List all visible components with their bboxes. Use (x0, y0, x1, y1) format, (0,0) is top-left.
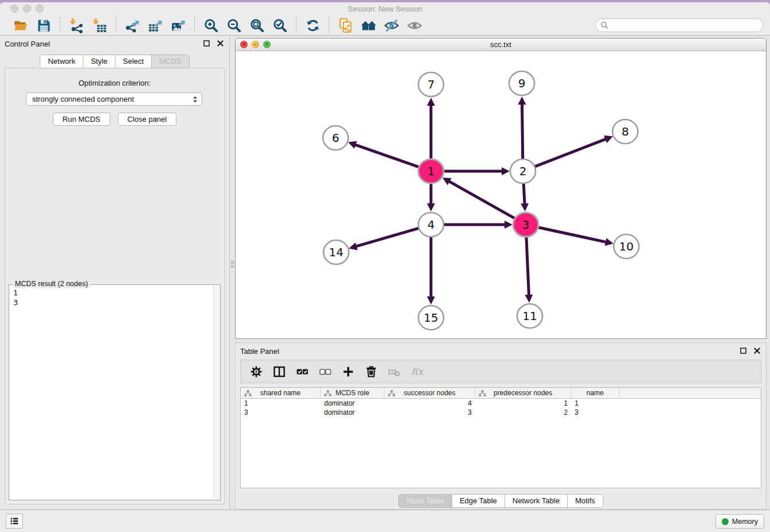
delete-table-button[interactable] (384, 363, 404, 381)
import-table-icon (92, 18, 107, 33)
edge-arrowhead (502, 167, 510, 175)
open-session-button[interactable] (9, 17, 32, 34)
unselect-all-rows-button[interactable] (315, 363, 335, 381)
table-cell[interactable]: 3 (384, 408, 475, 417)
import-network-button[interactable] (65, 17, 88, 34)
float-table-panel-icon[interactable] (739, 346, 748, 355)
run-mcds-button[interactable]: Run MCDS (53, 113, 110, 126)
table-row[interactable]: 3dominator323 (241, 408, 761, 417)
tab-node-table[interactable]: Node Table (398, 494, 452, 508)
table-cell[interactable]: 1 (241, 399, 321, 407)
table-cell[interactable]: dominator (321, 399, 384, 407)
node-table[interactable]: shared nameMCDS rolesuccessor nodesprede… (240, 387, 761, 488)
column-header-predecessor-nodes[interactable]: predecessor nodes (475, 388, 571, 398)
network-window-titlebar[interactable]: × − + scc.txt (236, 38, 766, 51)
window-title: Session: New Session (348, 5, 422, 13)
table-cell[interactable]: 4 (384, 399, 475, 407)
table-panel-title: Table Panel (240, 347, 279, 356)
close-window-button[interactable] (10, 5, 18, 13)
network-maximize-button[interactable]: + (263, 41, 271, 48)
add-row-icon (341, 365, 355, 379)
table-cell[interactable]: 2 (475, 408, 571, 417)
select-all-rows-button[interactable] (292, 363, 312, 381)
control-panel-tabs: NetworkStyleSelectMCDS (0, 55, 229, 68)
ndex-home-icon (361, 18, 376, 33)
column-header-mcds-role[interactable]: MCDS role (321, 388, 384, 398)
edge-arrowhead (427, 203, 435, 211)
table-cell[interactable]: 1 (571, 399, 619, 407)
export-image-button[interactable] (167, 17, 190, 34)
delete-rows-button[interactable] (361, 363, 381, 381)
edge-2-9[interactable] (522, 103, 522, 159)
task-list-icon (9, 515, 20, 527)
column-header-shared-name[interactable]: shared name (241, 388, 321, 398)
table-options-button[interactable] (247, 363, 266, 381)
column-header-name[interactable]: name (571, 388, 619, 398)
refresh-view-icon (305, 18, 321, 33)
close-table-panel-icon[interactable] (753, 346, 761, 355)
float-panel-icon[interactable] (202, 39, 211, 48)
edge-arrowhead (505, 221, 513, 229)
hide-graphics-details-button[interactable] (380, 17, 403, 34)
network-close-button[interactable]: × (240, 41, 248, 48)
network-minimize-button[interactable]: − (252, 41, 259, 48)
zoom-window-button[interactable] (36, 5, 44, 13)
main-toolbar (0, 16, 770, 36)
criterion-dropdown[interactable]: strongly connected component (26, 92, 202, 106)
search-input[interactable] (595, 18, 763, 32)
export-table-button[interactable] (144, 17, 167, 34)
import-from-ndex-button[interactable] (334, 17, 357, 34)
mcds-result-text[interactable]: 1 3 (10, 286, 220, 499)
table-row[interactable]: 1dominator411 (241, 399, 761, 408)
save-session-button[interactable] (32, 17, 55, 34)
zoom-selected-button[interactable] (268, 17, 291, 34)
graph-node-label: 4 (428, 218, 435, 232)
splitter-grip[interactable] (231, 261, 234, 269)
edge-1-6[interactable] (355, 145, 419, 168)
tab-mcds[interactable]: MCDS (152, 55, 189, 68)
export-network-button[interactable] (121, 17, 144, 34)
zoom-in-button[interactable] (199, 17, 222, 34)
edge-arrowhead (349, 242, 357, 250)
edge-3-11[interactable] (526, 237, 529, 296)
memory-button[interactable]: Memory (715, 514, 764, 529)
tab-edge-table[interactable]: Edge Table (452, 494, 505, 508)
tab-style[interactable]: Style (83, 55, 116, 68)
table-cell[interactable]: 1 (475, 399, 571, 407)
table-cell[interactable]: 3 (241, 408, 321, 417)
tab-select[interactable]: Select (116, 55, 152, 68)
control-panel-title: Control Panel (5, 40, 50, 48)
result-scrollbar[interactable] (213, 286, 220, 499)
close-panel-button[interactable]: Close panel (118, 113, 177, 126)
graph-node-label: 1 (428, 164, 435, 178)
refresh-view-button[interactable] (301, 17, 324, 34)
table-cell[interactable]: 3 (571, 408, 619, 417)
close-panel-icon[interactable] (216, 39, 225, 48)
edge-3-1[interactable] (448, 181, 515, 219)
tab-motifs[interactable]: Motifs (568, 494, 603, 508)
minimize-window-button[interactable] (23, 5, 31, 13)
show-columns-button[interactable] (270, 363, 289, 381)
edge-2-8[interactable] (534, 139, 607, 167)
add-row-button[interactable] (338, 363, 358, 381)
column-header-successor-nodes[interactable]: successor nodes (384, 388, 475, 398)
edge-3-10[interactable] (538, 227, 607, 242)
import-table-button[interactable] (88, 17, 111, 34)
zoom-out-button[interactable] (222, 17, 245, 34)
show-graphics-details-button[interactable] (403, 17, 426, 34)
column-namespace-icon (388, 390, 395, 396)
mcds-result-title: MCDS result (2 nodes) (13, 280, 90, 288)
ndex-home-button[interactable] (357, 17, 380, 34)
zoom-fit-button[interactable] (245, 17, 268, 34)
apply-function-button[interactable]: f(x) (407, 363, 427, 381)
edge-arrowhead (348, 141, 357, 149)
edge-2-3[interactable] (523, 183, 525, 205)
window-traffic-lights[interactable] (10, 5, 44, 13)
task-history-button[interactable] (6, 514, 23, 529)
tab-network[interactable]: Network (40, 55, 83, 68)
network-canvas[interactable]: 7968124314101511 (236, 51, 766, 338)
edge-4-14[interactable] (356, 228, 419, 246)
table-cell[interactable]: dominator (321, 408, 384, 417)
column-namespace-icon (479, 390, 486, 396)
tab-network-table[interactable]: Network Table (505, 494, 568, 508)
